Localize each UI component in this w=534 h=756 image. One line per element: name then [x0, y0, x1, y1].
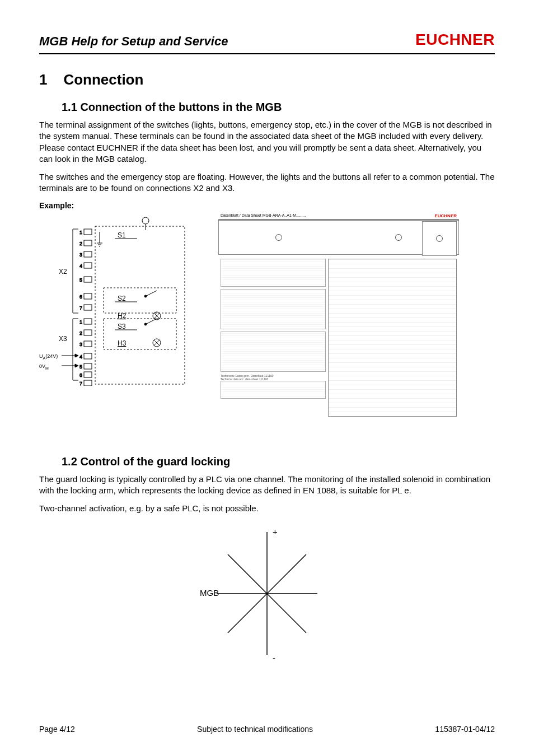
- brand-logo: EUCHNER: [415, 31, 495, 49]
- section-1-2-title: Control of the guard locking: [80, 455, 230, 468]
- svg-rect-23: [84, 363, 92, 369]
- svg-point-52: [144, 295, 147, 297]
- svg-line-51: [146, 291, 157, 296]
- mgb-cross-diagram: + - MGB: [39, 521, 495, 666]
- ds-title: Datenblatt / Data Sheet MGB-ARA-A..A1-M.…: [221, 213, 306, 218]
- svg-marker-58: [75, 364, 78, 367]
- chapter-number: 1: [39, 71, 47, 88]
- section-1-1-p1: The terminal assignment of the switches …: [39, 119, 495, 165]
- svg-text:S2: S2: [118, 295, 126, 302]
- svg-text:H2: H2: [118, 312, 127, 320]
- svg-rect-1: [84, 229, 92, 235]
- ds-wiring-c: [221, 332, 326, 372]
- wiring-diagram: X2 X3 UA(24V) 0VM 1 2 3 4 5 6 7: [39, 212, 207, 386]
- svg-rect-29: [104, 288, 176, 313]
- chapter-title-text: Connection: [63, 71, 143, 88]
- ds-logo: EUCHNER: [434, 213, 457, 218]
- svg-rect-25: [84, 372, 92, 377]
- svg-text:S1: S1: [118, 231, 126, 239]
- svg-rect-19: [84, 341, 92, 347]
- chapter-heading: 1 Connection: [39, 71, 495, 88]
- wiring-svg: X2 X3 UA(24V) 0VM 1 2 3 4 5 6 7: [39, 212, 207, 386]
- svg-rect-9: [84, 277, 92, 282]
- svg-rect-13: [84, 305, 92, 310]
- svg-rect-27: [84, 380, 92, 386]
- label-0v: 0VM: [39, 363, 49, 370]
- svg-text:7: 7: [79, 381, 82, 386]
- datasheet-thumbnail: Datenblatt / Data Sheet MGB-ARA-A..A1-M.…: [218, 212, 459, 447]
- label-ua: UA(24V): [39, 353, 58, 360]
- svg-text:3: 3: [79, 342, 82, 347]
- svg-rect-3: [84, 240, 92, 246]
- footer-right: 115387-01-04/12: [435, 725, 495, 734]
- footer-center: Subject to technical modifications: [197, 725, 313, 734]
- footer-left: Page 4/12: [39, 725, 75, 734]
- svg-rect-28: [95, 226, 185, 384]
- section-1-1-heading: 1.1 Connection of the buttons in the MGB: [62, 101, 495, 114]
- label-x3: X3: [59, 335, 67, 343]
- section-1-2-heading: 1.2 Control of the guard locking: [62, 455, 495, 468]
- example-label: Example:: [39, 201, 495, 210]
- svg-rect-17: [84, 330, 92, 335]
- svg-text:6: 6: [79, 294, 82, 300]
- svg-point-39: [142, 217, 149, 224]
- section-1-2-number: 1.2: [62, 455, 77, 468]
- svg-rect-11: [84, 293, 92, 299]
- section-1-2-p1: The guard locking is typically controlle…: [39, 474, 495, 497]
- label-x2: X2: [59, 268, 67, 276]
- section-1-2-p2: Two-channel activation, e.g. by a safe P…: [39, 503, 495, 514]
- svg-text:H3: H3: [118, 339, 127, 347]
- svg-text:2: 2: [79, 330, 82, 336]
- svg-text:1: 1: [79, 319, 82, 325]
- page-header: MGB Help for Setup and Service EUCHNER: [39, 31, 495, 54]
- svg-text:5: 5: [79, 364, 82, 370]
- svg-line-53: [146, 319, 157, 324]
- svg-rect-15: [84, 319, 92, 324]
- section-1-1-p2: The switches and the emergency stop are …: [39, 171, 495, 194]
- svg-rect-5: [84, 251, 92, 257]
- svg-rect-30: [104, 319, 176, 349]
- svg-rect-7: [84, 263, 92, 268]
- page-footer: Page 4/12 Subject to technical modificat…: [39, 725, 495, 734]
- mgb-cross-svg: + - MGB: [194, 521, 340, 666]
- doc-title: MGB Help for Setup and Service: [39, 34, 228, 49]
- ds-corner-drawing: [422, 221, 457, 256]
- cross-minus: -: [273, 653, 275, 662]
- example-images-row: X2 X3 UA(24V) 0VM 1 2 3 4 5 6 7: [39, 212, 495, 447]
- svg-text:2: 2: [79, 241, 82, 246]
- svg-text:3: 3: [79, 252, 82, 258]
- ds-terminal-table: [328, 259, 457, 417]
- svg-text:5: 5: [79, 277, 82, 283]
- svg-text:7: 7: [79, 305, 82, 311]
- ds-wiring-b: [221, 289, 326, 329]
- svg-text:1: 1: [79, 230, 82, 235]
- section-1-1-number: 1.1: [62, 101, 77, 113]
- ds-wiring-a: [221, 259, 326, 287]
- section-1-1-title: Connection of the buttons in the MGB: [80, 101, 282, 113]
- svg-point-54: [144, 323, 147, 325]
- ds-notes: [221, 381, 326, 399]
- svg-text:S3: S3: [118, 323, 126, 330]
- svg-rect-21: [84, 353, 92, 359]
- cross-mgb: MGB: [200, 588, 219, 598]
- svg-text:6: 6: [79, 372, 82, 378]
- svg-marker-56: [75, 354, 78, 357]
- svg-text:4: 4: [79, 263, 82, 269]
- cross-plus: +: [273, 527, 278, 536]
- svg-text:4: 4: [79, 354, 82, 360]
